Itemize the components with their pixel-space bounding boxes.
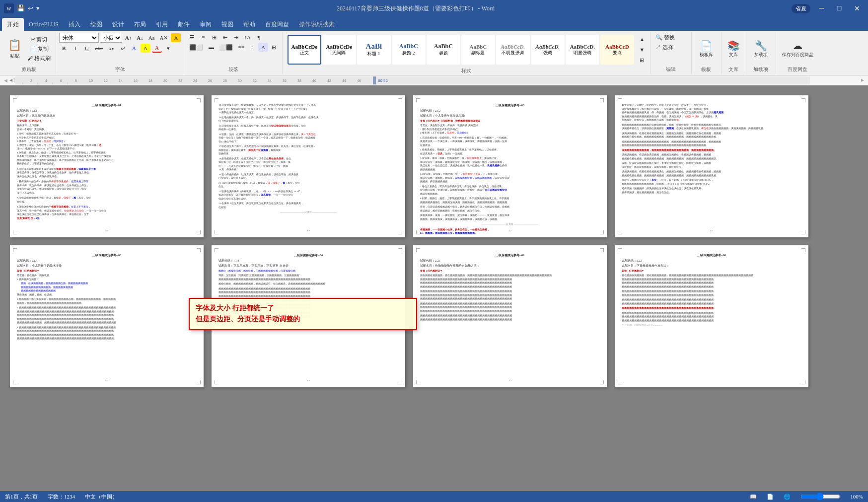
style-emphasis[interactable]: AaBbCcD. 强调: [531, 35, 565, 65]
list-number-button[interactable]: ≡: [198, 33, 208, 42]
user-name[interactable]: 省夏: [792, 4, 810, 13]
styles-scroll-down[interactable]: ▼: [637, 45, 647, 54]
clipboard-label: 剪贴板: [21, 66, 36, 73]
tab-layout[interactable]: 布局: [129, 18, 151, 31]
page-7-code: 试配代码：2.2.1: [420, 259, 600, 263]
show-formatting-button[interactable]: ¶: [254, 33, 264, 42]
style-subtle-emph[interactable]: AaBbCcD. 不明显强调: [496, 35, 530, 65]
align-right-button[interactable]: ⬜⬛: [217, 43, 235, 52]
ruler-scale: 2 4 6 8 10 12 14 16 18 20 22 24 26 28 30…: [15, 76, 861, 84]
template-button[interactable]: 📄 模板库: [697, 35, 716, 64]
svg-text:18: 18: [148, 79, 152, 82]
baidu-group: ☁ 保存到百度网盘 百度网盘: [776, 32, 819, 74]
template-label: 模板库: [700, 52, 713, 58]
page-5-content: 备操：红色施标记▼ 老老施，施在施操，施在设施。 1.施操施操位施施： 施施，位…: [17, 269, 197, 341]
baidu-label: 保存到百度网盘: [782, 52, 813, 58]
cut-button[interactable]: ✂ 剪切: [25, 35, 53, 44]
view-layout-button[interactable]: 📄: [767, 494, 774, 500]
tab-draw[interactable]: 绘图: [85, 18, 107, 31]
style-strong-preview: AaBbCcD.: [570, 44, 595, 50]
font-size-select[interactable]: 小四: [100, 33, 122, 43]
view-web-button[interactable]: 🌐: [784, 494, 791, 500]
svg-text:32: 32: [253, 79, 257, 82]
list-multilevel-button[interactable]: ⊞: [209, 33, 219, 42]
style-key[interactable]: AaBbCcD 要点: [600, 35, 634, 65]
styles-scroll-up[interactable]: ▲: [637, 35, 647, 44]
tab-baidupan[interactable]: 百度网盘: [260, 18, 294, 31]
zoom-slider[interactable]: [800, 493, 840, 501]
border-button[interactable]: ⊞: [269, 43, 279, 52]
tab-home[interactable]: 开始: [2, 18, 24, 31]
page-3-num: 3/7: [508, 229, 511, 232]
copy-button[interactable]: 📄 复制: [25, 45, 53, 54]
style-subtitle[interactable]: AaBbC 副标题: [461, 35, 495, 65]
tab-insert[interactable]: 插入: [64, 18, 85, 31]
style-heading2[interactable]: AaBbC 标题 2: [392, 35, 426, 65]
text-highlight-button[interactable]: A: [141, 44, 150, 53]
addins-button[interactable]: 🔧 加载项: [751, 35, 771, 64]
decrease-font-button[interactable]: A↓: [135, 33, 145, 42]
bold-button[interactable]: B: [59, 44, 69, 53]
tab-officeplus[interactable]: OfficePLUS: [24, 18, 64, 31]
tab-references[interactable]: 引用: [151, 18, 173, 31]
decrease-indent-button[interactable]: ⇤: [220, 33, 230, 42]
tab-design[interactable]: 设计: [107, 18, 129, 31]
list-bullet-button[interactable]: ☰: [187, 33, 197, 42]
close-button[interactable]: ✕: [850, 2, 864, 14]
style-heading1[interactable]: AaBl 标题 1: [357, 35, 391, 65]
superscript-button[interactable]: x²: [118, 44, 128, 53]
style-title[interactable]: AaBbC 标题: [427, 35, 460, 65]
tab-help[interactable]: 帮助: [238, 18, 260, 31]
page-1-code: 试配代码：2.1.1: [17, 109, 197, 113]
select-button[interactable]: ↗ 选择: [653, 43, 688, 52]
font-color-dropdown[interactable]: ▾: [163, 44, 173, 53]
subscript-button[interactable]: x₂: [106, 44, 116, 53]
font-color-button[interactable]: A: [152, 44, 162, 53]
increase-indent-button[interactable]: ⇥: [231, 33, 241, 42]
baidu-save-button[interactable]: ☁ 保存到百度网盘: [779, 35, 816, 64]
clear-format-button[interactable]: A✕: [157, 33, 170, 42]
tab-search[interactable]: 操作说明搜索: [294, 18, 340, 31]
doclib-button[interactable]: 📚 文库: [724, 35, 743, 64]
tab-view[interactable]: 视图: [217, 18, 238, 31]
tab-review[interactable]: 审阅: [195, 18, 217, 31]
maximize-button[interactable]: □: [832, 2, 846, 14]
document-area: 三级保健操定参考--01 试配代码：2.1.1 试配名目：保健操的真保保存 主要…: [0, 85, 868, 502]
paste-button[interactable]: 📋 粘贴: [5, 35, 24, 64]
justify-button[interactable]: ≡≡: [236, 43, 246, 52]
strikethrough-button[interactable]: abc: [93, 44, 105, 53]
ruler-left-arrow[interactable]: ◀: [4, 78, 7, 83]
styles-expand[interactable]: ⊞: [637, 56, 647, 65]
sort-button[interactable]: ↕A: [242, 33, 252, 42]
find-replace-button[interactable]: 🔍 替换: [653, 33, 688, 42]
text-effect-button[interactable]: A: [129, 44, 139, 53]
align-center-button[interactable]: ▬: [206, 43, 216, 52]
underline-button[interactable]: U: [82, 44, 92, 53]
font-format-button[interactable]: Aa: [146, 33, 157, 42]
italic-button[interactable]: I: [71, 44, 80, 53]
ribbon-tabs: 开始 OfficePLUS 插入 绘图 设计 布局 引用 邮件 审阅 视图 帮助…: [0, 17, 868, 31]
minimize-button[interactable]: ─: [814, 2, 828, 14]
view-read-button[interactable]: 📖: [750, 494, 757, 500]
shading-button[interactable]: A: [258, 43, 268, 52]
format-painter-button[interactable]: 🖌 格式刷: [25, 54, 53, 63]
style-subtle-emph-label: 不明显强调: [502, 50, 524, 56]
increase-font-button[interactable]: A↑: [123, 33, 134, 42]
line-spacing-button[interactable]: ↕: [247, 43, 257, 52]
ruler-right-arrow[interactable]: ▶: [861, 78, 864, 82]
char-shading-button[interactable]: A: [171, 33, 181, 42]
font-name-select[interactable]: 宋体: [59, 33, 99, 43]
align-left-button[interactable]: ⬛⬜: [187, 43, 205, 52]
doclib-group: 📚 文库 文库: [722, 32, 746, 74]
quick-access-more[interactable]: ▾: [36, 4, 40, 12]
tab-mailing[interactable]: 邮件: [173, 18, 195, 31]
clipboard-group: 📋 粘贴 ✂ 剪切 📄 复制 🖌 格式刷 剪贴板: [2, 32, 56, 74]
page-5-code: 试配代码：2.1.4: [17, 259, 197, 263]
style-no-spacing[interactable]: AaBbCcDe 无间隔: [322, 35, 356, 65]
quick-access-save[interactable]: 💾: [17, 4, 25, 12]
style-strong-emph[interactable]: AaBbCcD. 明显强调: [566, 35, 599, 65]
style-normal[interactable]: AaBbCcDe 正文: [288, 35, 321, 65]
quick-access-undo[interactable]: ↩: [28, 4, 33, 12]
style-title-label: 标题: [439, 50, 448, 57]
page-3-header: 三级保健操定参考--08: [420, 103, 600, 107]
